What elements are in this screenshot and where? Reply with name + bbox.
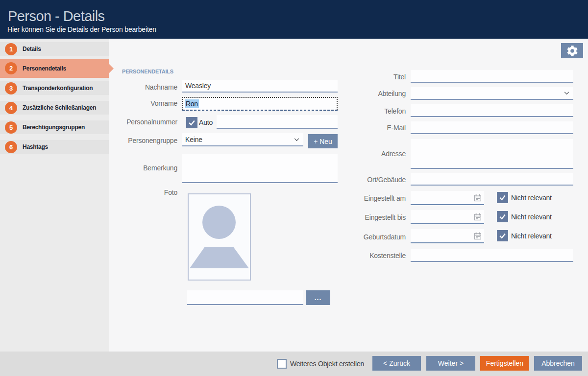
settings-button[interactable] (561, 43, 583, 58)
step-strip: 4Zusätzliche Schließanlagen (0, 101, 109, 115)
geburtsdatum-input[interactable] (411, 229, 484, 243)
nachname-label: Nachname (109, 82, 177, 92)
auto-label: Auto (199, 117, 213, 128)
calendar-icon[interactable] (474, 213, 482, 221)
person-silhouette-icon (189, 194, 250, 280)
step-strip: 6Hashtags (0, 140, 109, 154)
section-title: PERSONENDETAILS (122, 69, 173, 74)
step-label: Transponderkonfiguration (23, 85, 93, 92)
telefon-label: Telefon (343, 106, 406, 116)
adresse-textarea[interactable] (411, 139, 573, 169)
step-label: Zusätzliche Schließanlagen (23, 104, 96, 111)
page-subtitle: Hier können Sie die Details der Person b… (7, 25, 156, 33)
personengruppe-label: Personengruppe (109, 136, 177, 145)
ort-label: Ort/Gebäude (343, 175, 406, 185)
eingestellt-am-label: Eingestellt am (343, 193, 406, 203)
sidebar-item-hashtags[interactable]: 6Hashtags (0, 137, 109, 157)
abteilung-select[interactable] (411, 87, 573, 100)
chevron-down-icon (294, 138, 299, 141)
step-number-badge: 2 (5, 62, 17, 74)
step-strip: 2Personendetails (0, 59, 109, 78)
wizard-header: Person - Details Hier können Sie die Det… (0, 0, 588, 39)
sidebar-item-zusaetzliche-schliessanlagen[interactable]: 4Zusätzliche Schließanlagen (0, 98, 109, 118)
email-label: E-Mail (343, 123, 406, 133)
personengruppe-value: Keine (185, 136, 202, 143)
back-button[interactable]: < Zurück (372, 356, 421, 371)
adresse-label: Adresse (343, 149, 406, 159)
eingestellt-bis-label: Eingestellt bis (343, 212, 406, 222)
next-button[interactable]: Weiter > (426, 356, 475, 371)
step-number-badge: 5 (5, 121, 17, 134)
foto-label: Foto (109, 188, 177, 197)
personengruppe-select[interactable]: Keine (182, 133, 303, 146)
nicht-relevant-am-checkbox[interactable] (497, 192, 508, 203)
step-number-badge: 1 (5, 43, 17, 55)
sidebar-item-berechtigungsgruppen[interactable]: 5Berechtigungsgruppen (0, 118, 109, 137)
step-number-badge: 4 (5, 102, 17, 114)
vorname-input[interactable]: Ron (182, 97, 338, 110)
weiteres-objekt-label: Weiteres Objekt erstellen (290, 358, 364, 369)
check-icon (188, 118, 196, 127)
calendar-icon[interactable] (474, 232, 482, 240)
form-content: PERSONENDETAILS Nachname Weasley Vorname… (109, 39, 588, 352)
step-strip: 1Details (0, 42, 109, 56)
step-number-badge: 6 (5, 141, 17, 153)
check-icon (498, 232, 507, 240)
calendar-icon[interactable] (474, 194, 482, 202)
email-input[interactable] (411, 121, 573, 134)
photo-placeholder (188, 193, 251, 281)
sidebar-item-transponderkonfiguration[interactable]: 3Transponderkonfiguration (0, 78, 109, 98)
kostenstelle-input[interactable] (411, 249, 573, 262)
nicht-relevant-bis-checkbox[interactable] (497, 211, 508, 222)
browse-button[interactable]: ... (306, 290, 330, 305)
step-label: Details (23, 46, 41, 52)
nicht-relevant-am-label: Nicht relevant (511, 192, 552, 203)
geburtsdatum-label: Geburtsdatum (343, 232, 406, 242)
wizard-steps-sidebar: 1Details 2Personendetails 3Transponderko… (0, 39, 109, 352)
step-label: Personendetails (23, 65, 66, 72)
cancel-button[interactable]: Abbrechen (534, 356, 582, 371)
step-strip: 5Berechtigungsgruppen (0, 120, 109, 134)
eingestellt-am-input[interactable] (411, 191, 484, 205)
chevron-down-icon (564, 92, 569, 95)
gear-icon (566, 45, 578, 57)
wizard-footer: Weiteres Objekt erstellen < Zurück Weite… (0, 352, 588, 376)
nicht-relevant-bis-label: Nicht relevant (511, 212, 552, 222)
kostenstelle-label: Kostenstelle (343, 251, 406, 260)
nicht-relevant-geb-label: Nicht relevant (511, 231, 552, 241)
selected-text: Ron (185, 99, 199, 108)
step-label: Berechtigungsgruppen (23, 124, 85, 131)
eingestellt-bis-input[interactable] (411, 210, 484, 224)
sidebar-item-personendetails[interactable]: 2Personendetails (0, 59, 109, 78)
step-strip: 3Transponderkonfiguration (0, 81, 109, 95)
step-label: Hashtags (23, 143, 48, 150)
neu-button[interactable]: + Neu (308, 134, 338, 148)
personalnummer-input[interactable] (217, 115, 338, 129)
telefon-input[interactable] (411, 104, 573, 117)
titel-label: Titel (343, 72, 406, 82)
page-title: Person - Details (8, 8, 105, 24)
check-icon (498, 193, 507, 202)
sidebar-item-details[interactable]: 1Details (0, 39, 109, 59)
abteilung-label: Abteilung (343, 89, 406, 98)
foto-path-input[interactable] (187, 290, 303, 305)
ort-input[interactable] (411, 173, 573, 186)
check-icon (498, 212, 507, 221)
bemerkung-label: Bemerkung (109, 163, 177, 173)
vorname-label: Vorname (109, 98, 177, 108)
finish-button[interactable]: Fertigstellen (480, 356, 529, 371)
weiteres-objekt-checkbox[interactable] (277, 359, 287, 369)
personalnummer-label: Personalnummer (109, 117, 177, 127)
step-number-badge: 3 (5, 82, 17, 94)
auto-checkbox[interactable] (186, 117, 197, 128)
nachname-input[interactable]: Weasley (182, 80, 338, 93)
titel-input[interactable] (411, 70, 573, 83)
bemerkung-textarea[interactable] (182, 154, 338, 183)
nicht-relevant-geb-checkbox[interactable] (497, 230, 508, 241)
